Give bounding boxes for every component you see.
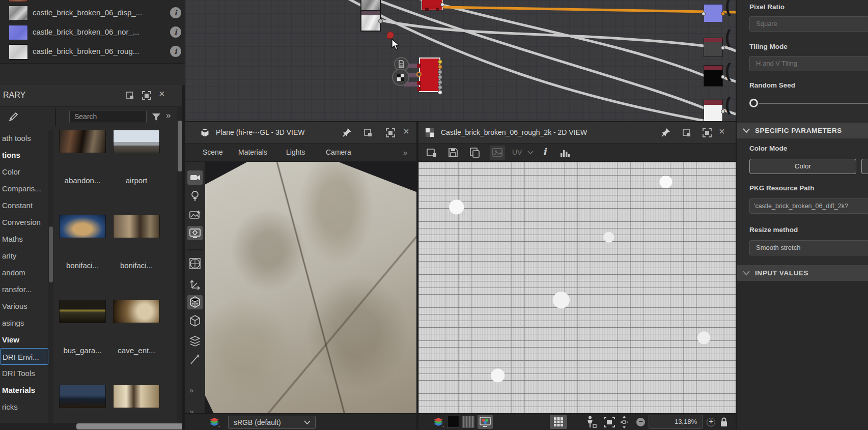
wand-button[interactable]: [187, 352, 203, 366]
node-port[interactable]: [425, 8, 429, 11]
asset-item[interactable]: [57, 377, 108, 430]
layers-button[interactable]: [187, 334, 203, 348]
close-icon[interactable]: ×: [159, 88, 170, 99]
info-icon[interactable]: i: [170, 7, 181, 18]
uv-mode-dropdown[interactable]: UV: [512, 148, 534, 156]
maximize-icon[interactable]: [385, 127, 396, 138]
resource-row[interactable]: castle_brick_broken_06_roug... i: [0, 44, 185, 61]
output-port[interactable]: [438, 90, 442, 95]
output-port[interactable]: [721, 109, 725, 113]
asset-item[interactable]: [111, 377, 162, 430]
output-port[interactable]: [438, 85, 442, 90]
paste-icon[interactable]: [468, 147, 481, 159]
asset-item[interactable]: airport: [111, 122, 162, 207]
graph-node-black[interactable]: [704, 65, 723, 87]
category-item[interactable]: Various: [0, 298, 48, 314]
node-graph-canvas[interactable]: ( ( ( (: [185, 0, 736, 122]
input-port[interactable]: [702, 12, 706, 16]
display-settings-button[interactable]: [187, 226, 203, 240]
output-port[interactable]: [438, 65, 442, 69]
asset-item[interactable]: cave_ent...: [111, 292, 162, 377]
menu-materials[interactable]: Materials: [238, 148, 267, 156]
view3d-titlebar[interactable]: Plane (hi-re⋯GL - 3D VIEW ×: [185, 122, 416, 144]
mannequin-scale-icon[interactable]: [584, 415, 598, 429]
view3d-viewport[interactable]: [205, 162, 416, 413]
category-item[interactable]: Comparis...: [0, 180, 48, 197]
category-item[interactable]: View: [0, 331, 48, 348]
toolbar-more-chevrons[interactable]: »: [166, 110, 171, 121]
float-window-icon[interactable]: [681, 127, 692, 138]
float-window-icon[interactable]: [362, 127, 374, 138]
info-icon[interactable]: i: [170, 46, 181, 57]
slider-knob[interactable]: [749, 99, 758, 107]
category-item[interactable]: Conversion: [0, 214, 48, 231]
wireframe-cube-button[interactable]: [187, 314, 203, 328]
category-item[interactable]: DRI Tools: [0, 365, 48, 382]
resource-row[interactable]: castle_brick_broken_06_disp_... i: [0, 5, 185, 22]
output-port[interactable]: [438, 70, 442, 74]
asset-item[interactable]: bonifaci...: [57, 207, 108, 292]
maximize-icon[interactable]: [141, 90, 152, 101]
category-item[interactable]: arity: [0, 247, 48, 264]
node-port[interactable]: [440, 3, 444, 7]
colorspace-dropdown[interactable]: sRGB (default): [228, 416, 316, 429]
lock-icon[interactable]: [719, 416, 729, 428]
horizontal-scrollbar-thumb[interactable]: [76, 423, 184, 429]
maximize-icon[interactable]: [702, 127, 713, 138]
input-port[interactable]: [417, 64, 421, 68]
input-port[interactable]: [416, 72, 422, 77]
pkg-resource-path-field[interactable]: 'castle_brick_broken_06_diff_2k?: [749, 198, 868, 214]
resize-method-dropdown[interactable]: Smooth stretch: [749, 240, 868, 255]
output-port[interactable]: [721, 75, 725, 79]
zoom-in-button[interactable]: +: [707, 418, 715, 426]
slider-track[interactable]: [759, 103, 868, 104]
menu-lights[interactable]: Lights: [286, 148, 305, 156]
close-icon[interactable]: ×: [719, 126, 730, 137]
toolbar-expander-chevrons[interactable]: »: [189, 386, 193, 394]
background-color-swatch-black[interactable]: [447, 416, 459, 428]
output-port[interactable]: [721, 46, 725, 50]
save-icon[interactable]: [447, 147, 459, 159]
grayscale-mode-button-partial[interactable]: [861, 159, 868, 174]
random-seed-slider[interactable]: [749, 97, 868, 110]
asset-item[interactable]: bonifaci...: [111, 207, 162, 292]
color-mode-button[interactable]: Color: [749, 159, 856, 174]
category-item[interactable]: asings: [0, 314, 48, 331]
view2d-titlebar[interactable]: Castle_brick_broken_06_rough_2k - 2D VIE…: [418, 122, 736, 144]
asset-item[interactable]: abandon...: [57, 122, 108, 207]
info-icon[interactable]: i: [170, 26, 181, 38]
category-item[interactable]: ricks: [0, 398, 48, 415]
output-port[interactable]: [378, 19, 383, 23]
input-port[interactable]: [417, 87, 421, 91]
resource-thumb-partial[interactable]: [9, 0, 28, 2]
graph-node-red-selected[interactable]: [419, 58, 440, 92]
textured-plane-3d[interactable]: [205, 162, 416, 413]
information-icon[interactable]: i: [543, 146, 546, 157]
light-bulb-button[interactable]: [187, 188, 203, 203]
output-port[interactable]: [438, 80, 442, 84]
zoom-level-field[interactable]: 13,18%: [649, 415, 703, 429]
category-item[interactable]: andom: [0, 264, 48, 281]
category-item[interactable]: Color: [0, 163, 48, 180]
view2d-viewport-brick-texture[interactable]: [418, 162, 736, 413]
export-image-icon[interactable]: [426, 147, 438, 158]
menu-scene[interactable]: Scene: [203, 148, 223, 156]
category-scrollbar-thumb[interactable]: [49, 226, 53, 282]
camera-view-button[interactable]: [187, 170, 203, 185]
output-port[interactable]: [721, 12, 725, 16]
graph-node-texture-stack[interactable]: [360, 0, 381, 32]
float-window-icon[interactable]: [124, 90, 135, 101]
section-specific-parameters[interactable]: SPECIFIC PARAMETERS: [737, 122, 868, 138]
background-color-swatch-striped[interactable]: [462, 416, 474, 428]
menu-more-chevrons[interactable]: »: [403, 148, 407, 157]
category-item[interactable]: Maths: [0, 231, 48, 247]
asset-scrollbar-thumb[interactable]: [178, 121, 182, 171]
display-gamma-button[interactable]: [478, 415, 493, 429]
category-item[interactable]: Constant: [0, 197, 48, 214]
category-item[interactable]: tions: [0, 147, 48, 163]
category-item[interactable]: ath tools: [0, 130, 48, 147]
output-port[interactable]: [438, 60, 442, 64]
resource-row[interactable]: castle_brick_broken_06_nor_... i: [0, 24, 185, 41]
graph-node-gray[interactable]: [704, 38, 723, 57]
image-view-button-disabled[interactable]: [490, 146, 505, 160]
